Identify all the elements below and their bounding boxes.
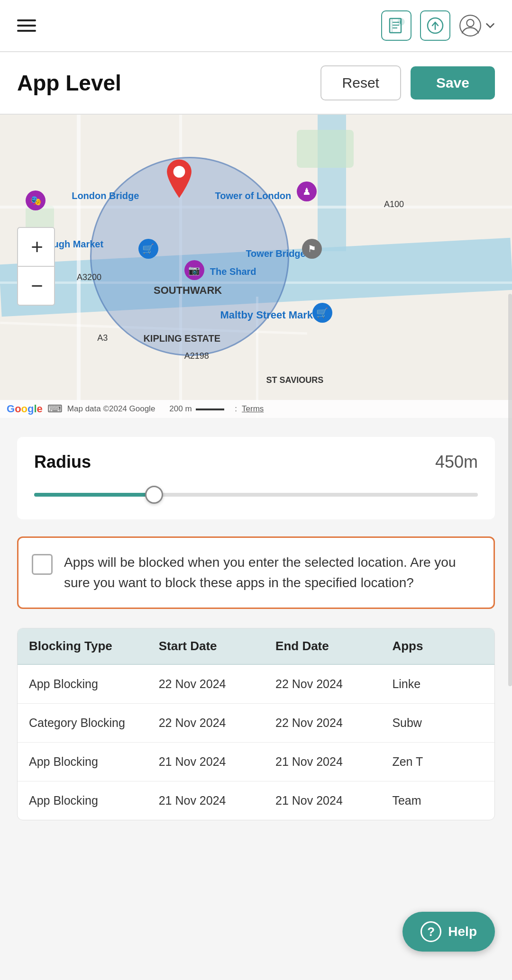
map-label-the-shard: The Shard	[210, 266, 256, 277]
help-icon: ?	[421, 921, 441, 942]
map-container[interactable]: London Bridge Tower of London Borough Ma…	[0, 115, 512, 418]
header: i	[0, 0, 512, 52]
radius-label: Radius	[34, 452, 91, 472]
table-cell-start-3: 21 Nov 2024	[159, 794, 275, 808]
map-poi-1: 🎭	[26, 191, 46, 210]
map-terms-link[interactable]: Terms	[242, 404, 264, 414]
table-row: Category Blocking 22 Nov 2024 22 Nov 202…	[18, 704, 494, 743]
slider-fill	[34, 493, 154, 497]
blocking-table: Blocking Type Start Date End Date Apps A…	[17, 628, 495, 820]
svg-point-11	[174, 166, 185, 178]
header-right: i	[381, 10, 495, 41]
upload-icon-button[interactable]	[420, 10, 450, 41]
table-cell-blocking-type-3: App Blocking	[29, 794, 159, 808]
help-label: Help	[448, 924, 477, 939]
table-row: App Blocking 21 Nov 2024 21 Nov 2024 Zen…	[18, 743, 494, 781]
header-left	[17, 19, 36, 32]
confirmation-box: Apps will be blocked when you enter the …	[17, 536, 495, 609]
map-attribution-text: Map data ©2024 Google	[67, 404, 155, 414]
map-label-st-saviours: ST SAVIOURS	[266, 375, 324, 385]
table-cell-start-1: 22 Nov 2024	[159, 716, 275, 730]
map-label-tower-of-london: Tower of London	[215, 191, 292, 201]
radius-section: Radius 450m	[17, 437, 495, 519]
table-cell-end-2: 21 Nov 2024	[275, 755, 392, 769]
map-background: London Bridge Tower of London Borough Ma…	[0, 115, 512, 418]
svg-text:i: i	[400, 19, 401, 25]
map-label-maltby-street: Maltby Street Market	[220, 309, 322, 321]
table-row: App Blocking 21 Nov 2024 21 Nov 2024 Tea…	[18, 781, 494, 820]
table-cell-apps-0: Linke	[392, 677, 483, 691]
table-header-start-date: Start Date	[159, 639, 275, 653]
help-button[interactable]: ? Help	[402, 912, 495, 952]
table-cell-start-0: 22 Nov 2024	[159, 677, 275, 691]
table-cell-end-3: 21 Nov 2024	[275, 794, 392, 808]
zoom-out-button[interactable]: −	[18, 267, 56, 305]
user-profile-button[interactable]	[459, 14, 495, 37]
table-cell-blocking-type-0: App Blocking	[29, 677, 159, 691]
svg-point-5	[398, 18, 404, 25]
table-cell-start-2: 21 Nov 2024	[159, 755, 275, 769]
page-actions: Reset Save	[320, 65, 495, 100]
map-label-tower-bridge: Tower Bridge	[246, 248, 305, 259]
zoom-in-button[interactable]: +	[18, 228, 56, 266]
slider-track	[34, 493, 478, 497]
table-row: App Blocking 22 Nov 2024 22 Nov 2024 Lin…	[18, 665, 494, 704]
google-logo: Google	[7, 403, 43, 415]
table-header-row: Blocking Type Start Date End Date Apps	[18, 628, 494, 665]
page-header: App Level Reset Save	[0, 52, 512, 115]
table-cell-end-1: 22 Nov 2024	[275, 716, 392, 730]
table-header-end-date: End Date	[275, 639, 392, 653]
map-label-a100: A100	[384, 200, 404, 209]
svg-point-9	[460, 15, 481, 36]
map-label-a2198: A2198	[184, 351, 209, 361]
save-button[interactable]: Save	[411, 66, 495, 100]
svg-point-10	[466, 19, 474, 27]
confirm-text: Apps will be blocked when you enter the …	[64, 552, 480, 593]
map-pin[interactable]	[163, 157, 196, 202]
table-cell-apps-1: Subw	[392, 716, 483, 730]
map-label-southwark: SOUTHWARK	[154, 284, 222, 297]
radius-value: 450m	[435, 452, 478, 472]
confirm-checkbox[interactable]	[32, 554, 53, 575]
scrollbar[interactable]	[508, 294, 512, 686]
map-attribution: Google ⌨ Map data ©2024 Google 200 m : T…	[0, 400, 512, 418]
radius-slider-container[interactable]	[34, 485, 478, 504]
table-header-blocking-type: Blocking Type	[29, 639, 159, 653]
svg-rect-1	[392, 18, 393, 33]
slider-thumb	[145, 486, 163, 504]
content-area: Radius 450m Apps will be blocked when yo…	[0, 418, 512, 839]
table-cell-blocking-type-2: App Blocking	[29, 755, 159, 769]
table-cell-end-0: 22 Nov 2024	[275, 677, 392, 691]
map-label-a3200: A3200	[77, 272, 101, 282]
table-cell-apps-3: Team	[392, 794, 483, 808]
map-zoom-controls: + −	[17, 227, 55, 306]
reset-button[interactable]: Reset	[320, 65, 401, 100]
map-poi-cart-1: 🛒	[138, 239, 158, 259]
map-label-london-bridge: London Bridge	[72, 191, 139, 201]
page-title: App Level	[17, 70, 121, 96]
menu-icon[interactable]	[17, 19, 36, 32]
map-label-a3: A3	[97, 333, 108, 343]
table-header-apps: Apps	[392, 639, 483, 653]
table-cell-blocking-type-1: Category Blocking	[29, 716, 159, 730]
radius-header: Radius 450m	[34, 452, 478, 472]
book-icon-button[interactable]: i	[381, 10, 411, 41]
table-cell-apps-2: Zen T	[392, 755, 483, 769]
map-poi-2: ♟	[297, 181, 317, 201]
map-poi-camera: 📷	[184, 260, 204, 280]
map-poi-cart-2: 🛒	[312, 303, 332, 323]
map-label-kipling-estate: KIPLING ESTATE	[143, 333, 220, 344]
